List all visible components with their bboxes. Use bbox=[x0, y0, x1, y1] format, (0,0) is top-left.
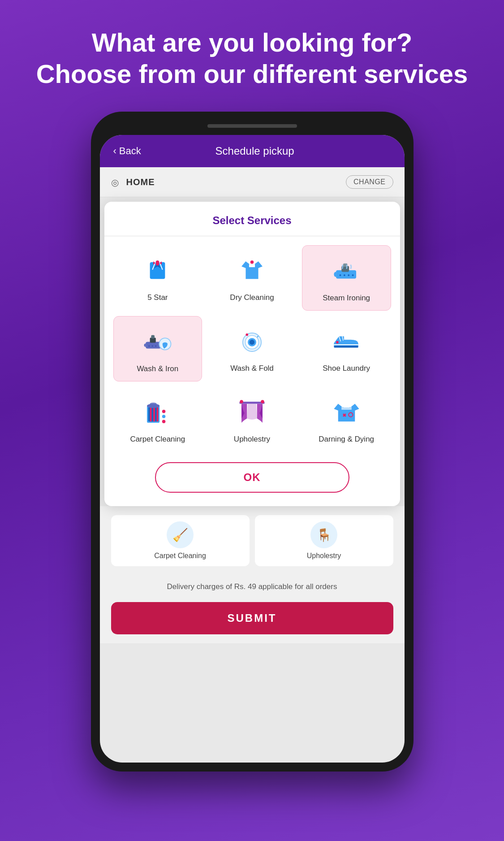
phone-screen: ‹ Back Schedule pickup ◎ HOME CHANGE Sel… bbox=[100, 135, 405, 763]
svg-rect-24 bbox=[334, 346, 358, 348]
svg-rect-29 bbox=[157, 407, 159, 421]
svg-point-16 bbox=[155, 345, 157, 347]
svg-point-9 bbox=[348, 274, 349, 276]
service-item-5star[interactable]: 5 Star bbox=[113, 245, 202, 311]
washandfold-icon bbox=[234, 323, 270, 359]
darning-label: Darning & Dying bbox=[319, 434, 374, 444]
washiron-icon bbox=[140, 324, 176, 360]
below-modal-area: 🧹 Carpet Cleaning 🪑 Upholestry Delivery … bbox=[100, 506, 405, 643]
delivery-notice: Delivery charges of Rs. 49 applicable fo… bbox=[111, 575, 393, 598]
shoelaundry-label: Shoe Laundry bbox=[323, 364, 370, 373]
phone-notch bbox=[207, 124, 297, 128]
service-item-carpet[interactable]: Carpet Cleaning bbox=[113, 387, 202, 451]
back-label: Back bbox=[119, 145, 141, 157]
back-button[interactable]: ‹ Back bbox=[113, 145, 141, 157]
below-upholstery-label: Upholestry bbox=[307, 552, 341, 560]
service-item-shoelaundry[interactable]: Shoe Laundry bbox=[302, 316, 391, 381]
shoelaundry-icon bbox=[328, 323, 364, 359]
washiron-label: Wash & Iron bbox=[137, 364, 178, 374]
service-item-washandfold[interactable]: Wash & Fold bbox=[207, 316, 297, 381]
svg-point-22 bbox=[246, 333, 248, 336]
svg-rect-32 bbox=[150, 404, 157, 406]
submit-button[interactable]: SUBMIT bbox=[111, 602, 393, 634]
below-carpet-item[interactable]: 🧹 Carpet Cleaning bbox=[111, 515, 250, 566]
svg-point-23 bbox=[336, 341, 339, 343]
svg-point-3 bbox=[250, 260, 254, 264]
svg-point-35 bbox=[162, 420, 166, 423]
services-grid: 5 Star Dry Cleaning bbox=[113, 245, 391, 451]
svg-point-7 bbox=[339, 274, 341, 276]
hero-line1: What are you looking for? bbox=[92, 28, 412, 57]
dryclean-label: Dry Cleaning bbox=[230, 293, 274, 303]
location-label: HOME bbox=[126, 177, 341, 187]
steam-label: Steam Ironing bbox=[323, 293, 370, 303]
ok-button[interactable]: OK bbox=[155, 462, 349, 493]
svg-rect-2 bbox=[156, 260, 159, 264]
svg-point-15 bbox=[152, 345, 153, 347]
select-services-modal: Select Services bbox=[104, 202, 400, 506]
service-item-steam[interactable]: Steam Ironing bbox=[302, 245, 391, 311]
svg-rect-13 bbox=[151, 335, 155, 338]
washandfold-label: Wash & Fold bbox=[230, 364, 274, 373]
upholstery-icon bbox=[234, 394, 270, 430]
service-item-dryclean[interactable]: Dry Cleaning bbox=[207, 245, 297, 311]
below-services-grid: 🧹 Carpet Cleaning 🪑 Upholestry bbox=[111, 515, 393, 566]
svg-point-10 bbox=[352, 274, 353, 276]
5star-label: 5 Star bbox=[147, 293, 168, 303]
darning-icon bbox=[328, 394, 364, 430]
chevron-left-icon: ‹ bbox=[113, 145, 116, 157]
svg-rect-27 bbox=[150, 407, 152, 421]
service-item-darning[interactable]: Darning & Dying bbox=[302, 387, 391, 451]
location-bar: ◎ HOME CHANGE bbox=[100, 167, 405, 197]
upholstery-label: Upholestry bbox=[234, 434, 270, 444]
svg-point-21 bbox=[250, 340, 254, 345]
hero-line2: Choose from our different services bbox=[36, 59, 468, 88]
svg-point-38 bbox=[261, 400, 264, 403]
below-upholstery-icon: 🪑 bbox=[310, 521, 337, 548]
change-location-button[interactable]: CHANGE bbox=[346, 175, 393, 189]
service-item-upholstery[interactable]: Upholestry bbox=[207, 387, 297, 451]
location-dot-icon: ◎ bbox=[111, 177, 121, 187]
svg-point-8 bbox=[344, 274, 345, 276]
below-carpet-label: Carpet Cleaning bbox=[154, 552, 206, 560]
phone-frame: ‹ Back Schedule pickup ◎ HOME CHANGE Sel… bbox=[91, 112, 414, 772]
app-header: ‹ Back Schedule pickup bbox=[100, 135, 405, 167]
svg-point-33 bbox=[162, 410, 166, 413]
svg-point-14 bbox=[149, 345, 150, 347]
steam-icon bbox=[328, 253, 364, 289]
carpet-icon bbox=[140, 394, 176, 430]
below-upholstery-item[interactable]: 🪑 Upholestry bbox=[255, 515, 393, 566]
modal-title: Select Services bbox=[113, 214, 391, 227]
svg-point-34 bbox=[162, 415, 166, 418]
below-carpet-icon: 🧹 bbox=[167, 521, 194, 548]
dryclean-icon bbox=[234, 252, 270, 288]
header-title: Schedule pickup bbox=[146, 145, 391, 157]
svg-rect-28 bbox=[153, 407, 155, 421]
svg-point-37 bbox=[240, 400, 243, 403]
5star-icon bbox=[140, 252, 176, 288]
svg-rect-36 bbox=[239, 402, 264, 404]
svg-rect-11 bbox=[146, 342, 161, 348]
hero-section: What are you looking for? Choose from ou… bbox=[9, 27, 495, 89]
carpet-label: Carpet Cleaning bbox=[130, 434, 185, 444]
service-item-washiron[interactable]: Wash & Iron bbox=[113, 316, 202, 381]
divider bbox=[104, 236, 400, 236]
